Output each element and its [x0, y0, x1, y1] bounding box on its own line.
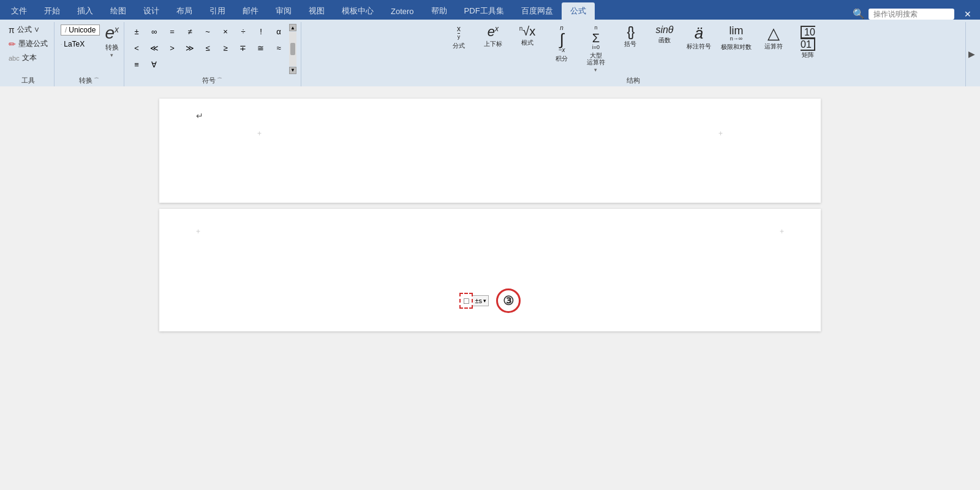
unicode-label: Unicode — [69, 26, 96, 34]
tab-file[interactable]: 文件 — [2, 2, 36, 20]
limit-btn[interactable]: lim n→∞ 极限和对数 — [717, 23, 755, 53]
fraction-btn[interactable]: x y 分式 — [443, 23, 475, 52]
accent-label: 标注符号 — [687, 42, 711, 51]
integral-label: 积分 — [556, 55, 568, 63]
bracket-btn[interactable]: {} 括号 — [614, 23, 646, 50]
formula-dropdown[interactable]: ±s ▾ — [473, 295, 489, 306]
tab-insert[interactable]: 插入 — [69, 2, 102, 20]
tab-template[interactable]: 模板中心 — [333, 2, 382, 20]
formula-tool[interactable]: π 公式 ∨ — [6, 23, 50, 36]
symbol-cong[interactable]: ≅ — [252, 40, 270, 56]
text-label: 文本 — [22, 53, 37, 63]
symbol-ge[interactable]: ≥ — [217, 40, 234, 56]
search-icon[interactable]: 🔍 — [853, 8, 865, 20]
operator-btn[interactable]: △ 运算符 — [758, 23, 790, 53]
function-btn[interactable]: sinθ 函数 — [649, 23, 680, 47]
tab-design[interactable]: 设计 — [135, 2, 168, 20]
script-label: 上下标 — [484, 40, 502, 48]
operator-label: 运算符 — [764, 42, 783, 51]
slash-icon: / — [65, 26, 67, 34]
symbol-alpha[interactable]: α — [270, 23, 287, 39]
convert-icon-area: ex 转换 ▾ — [104, 23, 120, 59]
symbol-times[interactable]: × — [217, 23, 234, 39]
convert-expand-icon[interactable]: ⌒ — [94, 77, 99, 85]
function-icon: sinθ — [655, 25, 673, 35]
ribbon-collapse-area: ▶ — [965, 22, 978, 86]
symbols-label-text: 符号 — [202, 76, 216, 85]
scroll-up-arrow[interactable]: ▲ — [289, 24, 296, 31]
tab-formula[interactable]: 公式 — [562, 2, 595, 20]
symbol-eq[interactable]: = — [164, 23, 181, 39]
symbols-group-label: 符号 ⌒ — [202, 75, 222, 86]
symbol-mp[interactable]: ∓ — [235, 40, 252, 56]
formula-placeholder-box[interactable]: □ — [459, 293, 473, 309]
tab-review[interactable]: 审阅 — [267, 2, 300, 20]
group-structure: x y 分式 ex 上下标 n√x 根式 n ∫ — [301, 22, 965, 86]
tab-home[interactable]: 开始 — [36, 2, 69, 20]
ribbon-tabs: 文件 开始 插入 绘图 设计 布局 引用 邮件 审阅 视图 模板中心 Zoter… — [0, 0, 980, 20]
symbol-gt[interactable]: > — [164, 40, 181, 56]
symbol-ll[interactable]: ≪ — [146, 40, 163, 56]
group-symbols: ± ∞ = ≠ ~ × ÷ ! α < ≪ > ≫ ≤ ≥ ∓ ≅ ≈ ≡ ∀ — [124, 22, 301, 86]
symbol-approx[interactable]: ≈ — [270, 40, 287, 56]
formula-annotation-area: □ ±s ▾ ③ — [459, 288, 521, 313]
symbol-inf[interactable]: ∞ — [146, 23, 163, 39]
symbol-le[interactable]: ≤ — [199, 40, 216, 56]
document-area: ↵ + + + + □ ±s ▾ — [0, 86, 980, 449]
symbol-div[interactable]: ÷ — [235, 23, 252, 39]
symbol-equiv[interactable]: ≡ — [128, 56, 145, 72]
matrix-btn[interactable]: 1001 矩阵 — [792, 23, 824, 61]
bracket-label: 括号 — [624, 40, 636, 48]
margin-mark-tr: + — [718, 129, 723, 138]
large-op-btn[interactable]: n Σ i=0 大型运算符 ▾ — [580, 23, 612, 75]
latex-label: LaTeX — [64, 40, 85, 48]
tab-zotero[interactable]: Zotero — [382, 2, 423, 20]
tools-items: π 公式 ∨ ✏ 墨迹公式 abc 文本 — [6, 23, 50, 64]
tab-mail[interactable]: 邮件 — [234, 2, 267, 20]
fraction-icon: x y — [457, 25, 461, 40]
convert-label-text: 转换 — [79, 76, 92, 85]
group-convert: / Unicode · LaTeX ex 转换 ▾ 转换 ⌒ — [55, 22, 124, 86]
close-icon[interactable]: ✕ — [964, 9, 971, 19]
tab-pdf[interactable]: PDF工具集 — [456, 2, 513, 20]
ribbon-collapse-btn[interactable]: ▶ — [968, 49, 975, 59]
accent-btn[interactable]: ä 标注符号 — [683, 23, 715, 53]
ink-formula-label: 墨迹公式 — [18, 39, 48, 49]
scroll-down-arrow[interactable]: ▼ — [289, 67, 296, 74]
formula-widget: □ ±s ▾ — [459, 293, 489, 309]
symbol-gg[interactable]: ≫ — [181, 40, 198, 56]
ink-formula-tool[interactable]: ✏ 墨迹公式 — [6, 37, 50, 50]
text-tool[interactable]: abc 文本 — [6, 51, 50, 64]
tab-view[interactable]: 视图 — [300, 2, 333, 20]
ex-icon: ex — [105, 24, 119, 42]
search-input[interactable] — [869, 9, 954, 20]
radical-btn[interactable]: n√x 根式 — [511, 23, 543, 49]
page-1: ↵ + + — [159, 99, 821, 203]
latex-box: · LaTeX — [61, 40, 85, 48]
scroll-track[interactable] — [289, 32, 296, 66]
formula-label: 公式 ∨ — [17, 24, 40, 35]
tab-layout[interactable]: 布局 — [168, 2, 201, 20]
scroll-thumb — [290, 43, 295, 55]
symbol-pm[interactable]: ± — [128, 23, 145, 39]
tab-draw[interactable]: 绘图 — [102, 2, 135, 20]
script-icon: ex — [488, 25, 499, 39]
limit-icon: lim n→∞ — [729, 25, 743, 42]
unicode-btn[interactable]: / Unicode — [58, 23, 102, 37]
convert-group-label: 转换 ⌒ — [79, 75, 99, 86]
tab-help[interactable]: 帮助 — [423, 2, 456, 20]
latex-btn[interactable]: · LaTeX — [58, 39, 102, 50]
tab-baidu[interactable]: 百度网盘 — [513, 2, 562, 20]
integral-btn[interactable]: n ∫ −x 积分 — [546, 23, 578, 65]
symbols-expand-icon[interactable]: ⌒ — [217, 77, 222, 85]
symbol-neq[interactable]: ≠ — [181, 23, 198, 39]
symbol-forall[interactable]: ∀ — [146, 56, 163, 72]
page-2: + + □ ±s ▾ ③ — [159, 209, 821, 331]
symbol-excl[interactable]: ! — [252, 23, 270, 39]
symbol-lt[interactable]: < — [128, 40, 145, 56]
radical-icon: n√x — [519, 25, 536, 37]
tab-ref[interactable]: 引用 — [201, 2, 234, 20]
script-btn[interactable]: ex 上下标 — [477, 23, 509, 50]
symbol-tilde[interactable]: ~ — [199, 23, 216, 39]
pi-icon: π — [9, 25, 15, 35]
